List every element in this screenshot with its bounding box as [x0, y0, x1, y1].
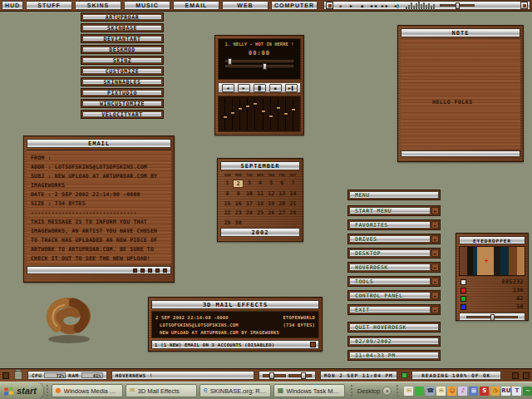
skins-item-pixtudio[interactable]: PIXTUDIO [81, 88, 164, 97]
calendar-day[interactable]: 11 [254, 190, 265, 197]
statusbar-button-right-1[interactable] [512, 372, 519, 379]
tray-windows-icon[interactable]: ⊞ [469, 387, 478, 396]
menu-item-menu[interactable]: MENU ► [347, 190, 441, 200]
equalizer-band[interactable] [238, 98, 243, 130]
stop-button[interactable]: ■ [357, 2, 367, 9]
equalizer-knob[interactable] [268, 115, 273, 118]
calendar-day[interactable]: 18 [254, 200, 265, 207]
equalizer-knob[interactable] [291, 108, 296, 111]
calendar-day[interactable]: 14 [288, 190, 298, 197]
tray-ru-icon[interactable]: RU [501, 387, 510, 396]
taskbar-task-skinbase[interactable]: e SKINBASE.org: Re... [200, 384, 271, 397]
chevron-icon[interactable]: » [382, 387, 392, 396]
calendar-day[interactable]: 22 [222, 209, 233, 216]
mail-status-button[interactable] [310, 342, 316, 347]
menu-item-hoverdesk[interactable]: HOVERDESK ► [347, 262, 441, 273]
email-button-3[interactable] [148, 268, 152, 273]
menu-item-exit[interactable]: EXIT ► [347, 304, 441, 315]
calendar-day[interactable]: 25 [254, 209, 265, 216]
statusbar-slider-2[interactable] [288, 374, 312, 377]
media-eject-button[interactable] [326, 2, 333, 9]
calendar-day[interactable]: 29 [222, 219, 233, 226]
taskbar-task-windows-media-player[interactable]: ● Windows Media Pl... [52, 384, 123, 397]
calendar-day[interactable]: 10 [244, 190, 254, 197]
record-button[interactable]: ■ [336, 2, 345, 9]
menu-item-date[interactable]: 02/09/2002 ► [347, 336, 441, 347]
statusbar-button[interactable] [2, 372, 9, 379]
statusbar-slider-1-knob[interactable] [269, 372, 274, 379]
menu-item-favorites[interactable]: FAVORITES ► [347, 219, 441, 230]
calendar-day[interactable]: 24 [244, 209, 254, 216]
mail-effects-titlebar[interactable]: 3D MAIL EFFECTS [151, 300, 319, 309]
equalizer-knob[interactable] [223, 116, 228, 119]
equalizer-band[interactable] [223, 98, 228, 130]
email-button-5[interactable] [163, 268, 167, 273]
statusbar-button-right-2[interactable] [523, 372, 530, 379]
media-close-button[interactable] [520, 2, 528, 9]
equalizer-knob[interactable] [261, 110, 266, 113]
calendar-day[interactable]: 20 [277, 200, 288, 207]
tray-dialer-icon[interactable]: ☎ [426, 387, 435, 396]
seek-slider[interactable] [225, 60, 294, 62]
email-button-2[interactable] [140, 268, 145, 273]
menu-skins[interactable]: SKINS [75, 1, 121, 10]
calendar-day[interactable]: 3 [244, 180, 254, 188]
tray-status-icon[interactable] [415, 387, 424, 396]
menu-item-tools[interactable]: TOOLS ► [347, 276, 441, 287]
tray-nature-icon[interactable]: ~ [523, 387, 532, 396]
skins-item-deviantart[interactable]: DEVIANTART [81, 34, 164, 43]
menu-item-drives[interactable]: DRIVES ► [347, 234, 441, 244]
tray-messenger-icon[interactable]: ☺ [447, 387, 456, 396]
equalizer-knob[interactable] [253, 102, 258, 106]
equalizer-band[interactable] [261, 98, 266, 130]
statusbar-slider-1[interactable] [263, 374, 286, 377]
prev-track-button[interactable]: ◄◄ [368, 2, 378, 9]
skins-item-deskmod[interactable]: DESKMOD [81, 45, 164, 54]
volume-slider[interactable] [440, 4, 475, 7]
eyedropper-slider[interactable] [466, 316, 518, 318]
tray-clock-icon[interactable]: ◷ [490, 387, 500, 396]
taskbar-task-3d-mail-effects[interactable]: ✉ 3D Mail Effects [126, 384, 197, 397]
next-track-button[interactable]: ►► [380, 2, 390, 9]
tray-mail-icon[interactable]: ✉ [436, 387, 446, 396]
calendar-day[interactable]: 19 [266, 200, 277, 207]
calendar-day[interactable]: 23 [233, 209, 244, 216]
calendar-day[interactable]: 13 [277, 190, 288, 197]
calendar-day[interactable]: 17 [244, 200, 254, 207]
calendar-day[interactable]: 26 [266, 209, 277, 216]
skins-item-wincustomize[interactable]: WINCUSTOMIZE [81, 99, 164, 108]
skins-item-skinz[interactable]: SKINZ [81, 56, 164, 65]
play-button[interactable]: ► [347, 2, 356, 9]
tray-media-icon[interactable]: ♪ [458, 387, 467, 396]
calendar-day[interactable]: 8 [222, 190, 233, 197]
seek-slider-knob[interactable] [228, 58, 232, 65]
equalizer-band[interactable] [245, 98, 250, 130]
equalizer-knob[interactable] [276, 106, 281, 110]
taskbar-separator-2[interactable] [351, 385, 352, 397]
tray-alert-icon[interactable]: S [480, 387, 489, 396]
skins-item-artuproar[interactable]: ARTUPROAR [81, 12, 164, 22]
menu-computer[interactable]: COMPUTER [271, 1, 318, 10]
note-titlebar[interactable]: NOTE [401, 28, 520, 37]
player-volume-knob[interactable] [263, 63, 267, 70]
skins-item-velocityart[interactable]: VELOCITYART [81, 110, 164, 119]
calendar-titlebar[interactable]: SEPTEMBER [220, 161, 300, 170]
equalizer-knob[interactable] [230, 111, 235, 115]
equalizer-band[interactable] [253, 98, 258, 130]
equalizer-band[interactable] [291, 98, 296, 130]
player-next-button[interactable]: ►▌ [285, 84, 298, 92]
eyedropper-slider-knob[interactable] [490, 314, 495, 321]
taskbar-separator-3[interactable] [397, 385, 398, 397]
calendar-day[interactable]: 2 [233, 180, 244, 188]
calendar-day[interactable]: 6 [277, 180, 288, 188]
email-button-1[interactable] [133, 268, 137, 273]
player-play-button[interactable]: ► [238, 84, 250, 92]
start-button[interactable]: start [0, 382, 43, 399]
equalizer-band[interactable] [268, 98, 273, 130]
calendar-day[interactable]: 16 [233, 200, 244, 207]
email-button-4[interactable] [155, 268, 160, 273]
calendar-day[interactable]: 12 [266, 190, 277, 197]
menu-web[interactable]: WEB [222, 1, 268, 10]
hovernews-panel[interactable]: HOVERNEWS ! [111, 371, 254, 380]
player-prev-button[interactable]: ◄ [222, 84, 234, 92]
